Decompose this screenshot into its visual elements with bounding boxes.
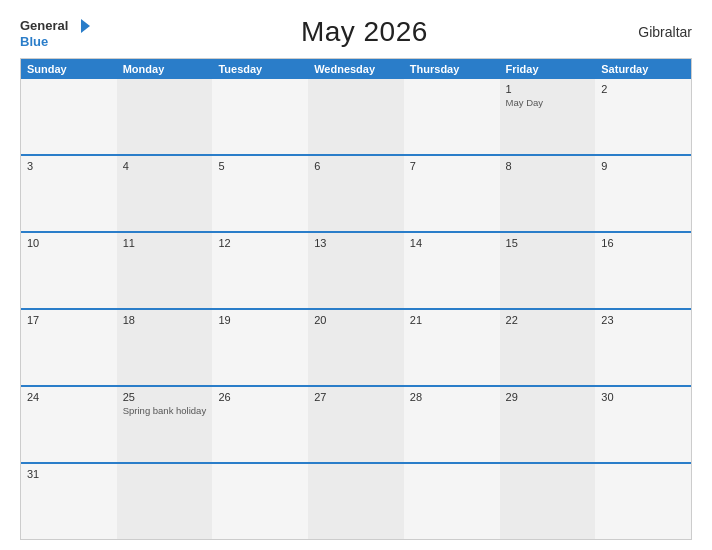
- day-cell-w4-d4: 28: [404, 387, 500, 462]
- day-cell-w4-d6: 30: [595, 387, 691, 462]
- day-cell-w2-d3: 13: [308, 233, 404, 308]
- day-cell-w5-d6: [595, 464, 691, 539]
- day-cell-w0-d4: [404, 79, 500, 154]
- header: General Blue May 2026 Gibraltar: [20, 16, 692, 48]
- day-num-w1-d4: 7: [410, 160, 494, 172]
- day-cell-w4-d2: 26: [212, 387, 308, 462]
- day-num-w3-d5: 22: [506, 314, 590, 326]
- logo: General Blue: [20, 17, 90, 48]
- day-cell-w3-d6: 23: [595, 310, 691, 385]
- day-num-w2-d4: 14: [410, 237, 494, 249]
- day-num-w4-d4: 28: [410, 391, 494, 403]
- day-num-w1-d1: 4: [123, 160, 207, 172]
- day-num-w5-d0: 31: [27, 468, 111, 480]
- week-row-2: 10111213141516: [21, 231, 691, 308]
- day-cell-w0-d2: [212, 79, 308, 154]
- day-cell-w1-d5: 8: [500, 156, 596, 231]
- day-num-w2-d6: 16: [601, 237, 685, 249]
- week-row-3: 17181920212223: [21, 308, 691, 385]
- day-cell-w5-d2: [212, 464, 308, 539]
- day-num-w4-d1: 25: [123, 391, 207, 403]
- day-cell-w2-d0: 10: [21, 233, 117, 308]
- day-cell-w3-d3: 20: [308, 310, 404, 385]
- header-wednesday: Wednesday: [308, 59, 404, 79]
- day-cell-w5-d0: 31: [21, 464, 117, 539]
- region-label: Gibraltar: [638, 24, 692, 40]
- day-num-w3-d3: 20: [314, 314, 398, 326]
- holiday-label-w0-d5: May Day: [506, 97, 590, 109]
- day-num-w2-d5: 15: [506, 237, 590, 249]
- day-num-w2-d1: 11: [123, 237, 207, 249]
- day-cell-w0-d5: 1May Day: [500, 79, 596, 154]
- day-cell-w1-d4: 7: [404, 156, 500, 231]
- week-row-0: 1May Day2: [21, 79, 691, 154]
- day-num-w2-d2: 12: [218, 237, 302, 249]
- day-num-w2-d3: 13: [314, 237, 398, 249]
- weeks-container: 1May Day23456789101112131415161718192021…: [21, 79, 691, 539]
- day-cell-w4-d5: 29: [500, 387, 596, 462]
- day-cell-w2-d4: 14: [404, 233, 500, 308]
- day-num-w1-d0: 3: [27, 160, 111, 172]
- calendar: Sunday Monday Tuesday Wednesday Thursday…: [20, 58, 692, 540]
- day-cell-w0-d6: 2: [595, 79, 691, 154]
- day-cell-w0-d0: [21, 79, 117, 154]
- day-cell-w3-d2: 19: [212, 310, 308, 385]
- day-cell-w3-d5: 22: [500, 310, 596, 385]
- calendar-title: May 2026: [301, 16, 428, 48]
- day-cell-w1-d1: 4: [117, 156, 213, 231]
- day-cell-w1-d0: 3: [21, 156, 117, 231]
- day-num-w1-d3: 6: [314, 160, 398, 172]
- page: General Blue May 2026 Gibraltar Sunday M…: [0, 0, 712, 550]
- day-num-w1-d2: 5: [218, 160, 302, 172]
- day-cell-w4-d1: 25Spring bank holiday: [117, 387, 213, 462]
- day-cell-w4-d3: 27: [308, 387, 404, 462]
- day-cell-w4-d0: 24: [21, 387, 117, 462]
- header-thursday: Thursday: [404, 59, 500, 79]
- logo-flag-icon: [72, 17, 90, 35]
- day-cell-w0-d3: [308, 79, 404, 154]
- day-cell-w2-d5: 15: [500, 233, 596, 308]
- day-num-w3-d2: 19: [218, 314, 302, 326]
- day-num-w4-d0: 24: [27, 391, 111, 403]
- day-cell-w3-d0: 17: [21, 310, 117, 385]
- day-num-w0-d6: 2: [601, 83, 685, 95]
- day-cell-w3-d1: 18: [117, 310, 213, 385]
- day-cell-w5-d1: [117, 464, 213, 539]
- day-num-w4-d6: 30: [601, 391, 685, 403]
- day-num-w4-d2: 26: [218, 391, 302, 403]
- week-row-1: 3456789: [21, 154, 691, 231]
- holiday-label-w4-d1: Spring bank holiday: [123, 405, 207, 417]
- header-tuesday: Tuesday: [212, 59, 308, 79]
- day-cell-w1-d3: 6: [308, 156, 404, 231]
- header-friday: Friday: [500, 59, 596, 79]
- day-cell-w3-d4: 21: [404, 310, 500, 385]
- day-num-w4-d3: 27: [314, 391, 398, 403]
- logo-general-text: General: [20, 19, 68, 32]
- day-num-w3-d4: 21: [410, 314, 494, 326]
- day-headers-row: Sunday Monday Tuesday Wednesday Thursday…: [21, 59, 691, 79]
- logo-blue-text: Blue: [20, 35, 48, 48]
- day-num-w3-d6: 23: [601, 314, 685, 326]
- day-cell-w0-d1: [117, 79, 213, 154]
- day-cell-w2-d2: 12: [212, 233, 308, 308]
- day-num-w3-d1: 18: [123, 314, 207, 326]
- day-cell-w1-d2: 5: [212, 156, 308, 231]
- day-cell-w2-d6: 16: [595, 233, 691, 308]
- day-num-w0-d5: 1: [506, 83, 590, 95]
- header-sunday: Sunday: [21, 59, 117, 79]
- header-monday: Monday: [117, 59, 213, 79]
- day-cell-w5-d5: [500, 464, 596, 539]
- day-cell-w1-d6: 9: [595, 156, 691, 231]
- day-num-w1-d5: 8: [506, 160, 590, 172]
- week-row-5: 31: [21, 462, 691, 539]
- week-row-4: 2425Spring bank holiday2627282930: [21, 385, 691, 462]
- day-num-w1-d6: 9: [601, 160, 685, 172]
- header-saturday: Saturday: [595, 59, 691, 79]
- svg-marker-0: [81, 19, 90, 33]
- day-num-w2-d0: 10: [27, 237, 111, 249]
- day-cell-w2-d1: 11: [117, 233, 213, 308]
- day-cell-w5-d3: [308, 464, 404, 539]
- day-num-w3-d0: 17: [27, 314, 111, 326]
- day-num-w4-d5: 29: [506, 391, 590, 403]
- day-cell-w5-d4: [404, 464, 500, 539]
